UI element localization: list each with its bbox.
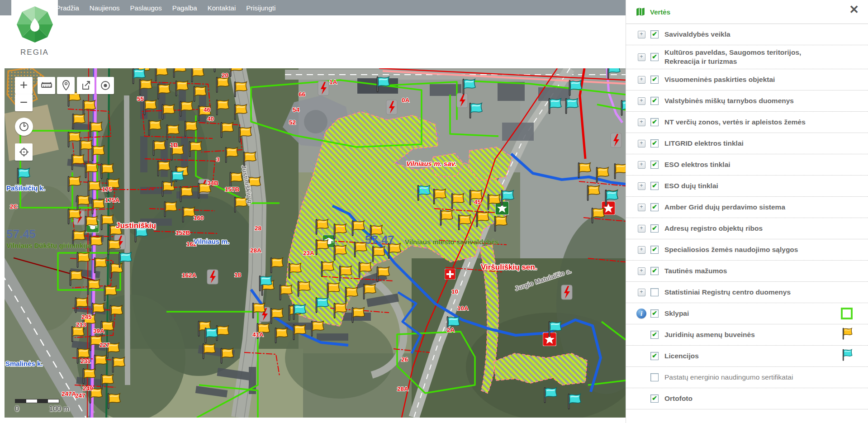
layer-checkbox[interactable] xyxy=(650,161,659,169)
zoom-in-button[interactable]: + xyxy=(15,77,33,94)
house-number-label: 28 xyxy=(255,225,262,232)
nav-item-pagalba[interactable]: Pagalba xyxy=(172,4,197,12)
expand-plus-icon[interactable]: + xyxy=(638,267,645,275)
nav-menu: PradžiaNaujienosPaslaugosPagalbaKontakta… xyxy=(56,0,275,15)
nav-item-naujienos[interactable]: Naujienos xyxy=(90,4,120,12)
house-number-label: 1B xyxy=(170,142,178,148)
electric-bolt-marker-icon[interactable] xyxy=(457,93,468,108)
history-button[interactable] xyxy=(15,118,33,136)
layer-checkbox[interactable] xyxy=(650,267,659,275)
layer-row: + Visuomeninės paskirties objektai xyxy=(626,69,868,90)
nav-item-prisijungti[interactable]: Prisijungti xyxy=(246,4,275,12)
close-icon[interactable]: ✕ xyxy=(849,4,859,15)
map-place-label: Vilniaus m. sav. xyxy=(406,160,456,167)
layer-row: Licencijos xyxy=(626,346,868,367)
info-icon[interactable]: i xyxy=(636,309,646,318)
layer-checkbox[interactable] xyxy=(650,30,659,38)
house-number-label: 247A xyxy=(62,390,76,397)
house-number-label: 227 xyxy=(100,342,110,348)
nav-item-kontaktai[interactable]: Kontaktai xyxy=(208,4,236,12)
map-place-label: 57.45 xyxy=(6,227,36,241)
house-number-label: 2A xyxy=(447,327,455,333)
house-number-label: 2C xyxy=(10,203,18,210)
layer-checkbox[interactable] xyxy=(650,224,659,233)
map-pin-icon xyxy=(61,80,71,91)
layer-label: Savivaldybės veikla xyxy=(664,30,868,39)
marker-tool-button[interactable] xyxy=(57,77,75,94)
minus-icon: − xyxy=(20,95,28,109)
layer-checkbox[interactable] xyxy=(650,76,659,84)
expand-plus-icon[interactable]: + xyxy=(638,31,645,38)
layer-row: + ESO dujų tinklai xyxy=(626,176,868,197)
expand-plus-icon[interactable]: + xyxy=(638,76,645,84)
layer-checkbox[interactable] xyxy=(650,288,659,296)
house-number-label: 152B xyxy=(175,229,190,236)
layer-label: Juridinių asmenų buveinės xyxy=(664,330,868,339)
house-number-label: 20 xyxy=(222,72,228,79)
house-number-label: 3 xyxy=(216,156,220,163)
layer-row: Pastatų energinio naudingumo sertifikata… xyxy=(626,367,868,388)
layer-label: Licencijos xyxy=(664,352,868,361)
layer-checkbox[interactable] xyxy=(650,97,659,105)
house-number-label: 160 xyxy=(194,214,204,221)
expand-plus-icon[interactable]: + xyxy=(638,225,645,233)
scale-bar-segments xyxy=(15,399,59,403)
layers-panel-header: Vertės ✕ xyxy=(626,0,868,24)
map-place-label: Smalinės k. xyxy=(5,360,43,367)
layer-checkbox[interactable] xyxy=(650,352,659,360)
layer-row: + Kultūros paveldas, Saugomos teritorijo… xyxy=(626,45,868,69)
health-site-marker-icon[interactable] xyxy=(445,269,455,280)
house-number-label: 34B xyxy=(207,180,218,186)
layers-panel: Vertės ✕ + Savivaldybės veikla + Kultūro… xyxy=(626,0,868,423)
expand-plus-icon[interactable]: + xyxy=(638,140,645,147)
electric-bolt-marker-icon[interactable] xyxy=(611,133,621,147)
expand-plus-icon[interactable]: + xyxy=(638,119,645,126)
panel-title: Vertės xyxy=(650,8,670,16)
expand-plus-icon[interactable]: + xyxy=(638,97,645,105)
layer-label: Sklypai xyxy=(664,309,868,318)
crosshair-icon xyxy=(19,147,29,157)
layer-checkbox[interactable] xyxy=(650,373,659,381)
layer-label: NT verčių zonos, vertės ir apleistos žem… xyxy=(664,118,868,127)
house-number-label: 46 xyxy=(204,106,211,113)
expand-plus-icon[interactable]: + xyxy=(638,246,645,254)
row-expander-slot: + xyxy=(632,97,650,105)
flag-yellow-icon xyxy=(841,328,853,340)
house-number-label: 175 xyxy=(102,186,112,193)
layer-checkbox[interactable] xyxy=(650,139,659,147)
expand-plus-icon[interactable]: + xyxy=(638,53,645,61)
layer-checkbox[interactable] xyxy=(650,394,659,403)
layer-checkbox[interactable] xyxy=(650,118,659,126)
geolocation-button[interactable] xyxy=(96,77,114,94)
regia-logo-icon xyxy=(15,4,55,45)
layer-checkbox[interactable] xyxy=(650,182,659,190)
electric-bolt-marker-icon[interactable] xyxy=(386,100,397,114)
scale-bar: 0 100 m xyxy=(15,399,69,413)
expand-plus-icon[interactable]: + xyxy=(638,161,645,169)
expand-plus-icon[interactable]: + xyxy=(638,182,645,190)
regia-logo[interactable]: REGIA xyxy=(11,0,58,68)
nav-item-paslaugos[interactable]: Paslaugos xyxy=(130,4,162,12)
electric-bolt-marker-icon[interactable] xyxy=(207,270,218,284)
export-button[interactable] xyxy=(77,77,95,94)
map-canvas[interactable]: 2C175175A157B152B162162A2828A1839A245213… xyxy=(5,68,626,418)
layer-legend-icon xyxy=(841,349,853,363)
layer-checkbox[interactable] xyxy=(650,246,659,254)
zoom-out-button[interactable]: − xyxy=(15,94,33,111)
expand-plus-icon[interactable]: + xyxy=(638,289,645,296)
house-number-label: 1A xyxy=(329,79,337,86)
layer-checkbox[interactable] xyxy=(650,203,659,211)
electric-bolt-marker-icon[interactable] xyxy=(561,285,572,299)
layer-checkbox[interactable] xyxy=(650,53,659,61)
expand-plus-icon[interactable]: + xyxy=(638,204,645,211)
electric-bolt-marker-icon[interactable] xyxy=(318,81,329,95)
layer-checkbox[interactable] xyxy=(650,309,659,318)
nav-item-pradžia[interactable]: Pradžia xyxy=(56,4,79,12)
measure-button[interactable] xyxy=(38,77,55,94)
layer-label: Tautinės mažumos xyxy=(664,266,868,276)
locate-me-button[interactable] xyxy=(15,143,33,161)
layer-checkbox[interactable] xyxy=(650,331,659,339)
house-number-label: 162A xyxy=(182,272,197,279)
row-expander-slot: + xyxy=(632,182,650,190)
map-place-label: Viršuliškių sen. xyxy=(481,263,537,271)
